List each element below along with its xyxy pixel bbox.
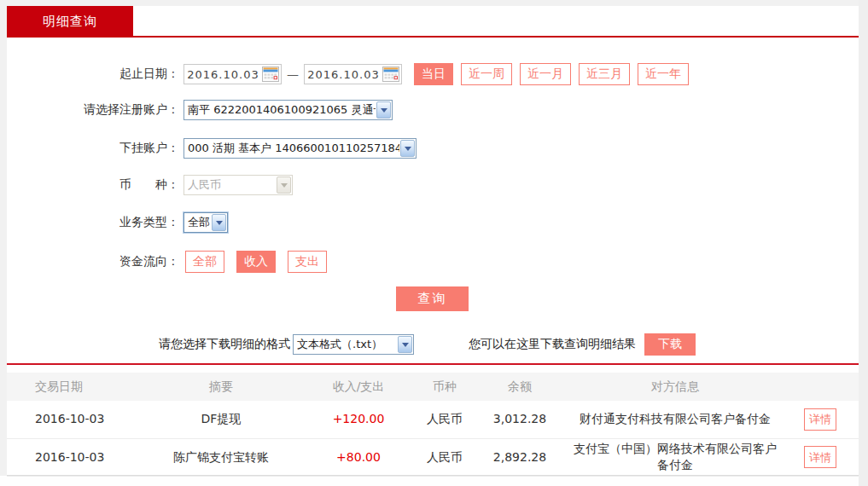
page: 明细查询 起止日期： 2016.10.03: [0, 0, 868, 486]
tab-detail-query[interactable]: 明细查询: [7, 6, 133, 37]
cell-amount: +80.00: [299, 438, 418, 476]
currency-row: 币 种： 人民币: [7, 175, 293, 195]
business-type-label: 业务类型：: [7, 215, 179, 230]
header-counterparty: 对方信息: [568, 373, 782, 401]
quick-range-week-button[interactable]: 近一周: [461, 63, 512, 85]
detail-query-panel: 明细查询 起止日期： 2016.10.03: [7, 6, 859, 476]
cell-action: 详情: [782, 401, 859, 438]
cell-action: 详情: [782, 438, 859, 476]
flow-income-button[interactable]: 收入: [236, 251, 276, 273]
cell-counterparty: 财付通支付科技有限公司客户备付金: [568, 401, 782, 438]
currency-label: 币 种：: [7, 177, 179, 193]
detail-button[interactable]: 详情: [804, 446, 836, 468]
cell-date: 2016-10-03: [7, 401, 143, 438]
transactions-table: 交易日期 摘要 收入/支出 币种 余额 对方信息 2016-10-03 DF提现…: [7, 373, 859, 477]
cell-currency: 人民币: [418, 401, 471, 438]
date-range-separator: —: [287, 67, 299, 81]
chevron-down-icon: [277, 176, 291, 194]
chevron-down-icon[interactable]: [400, 140, 415, 157]
query-button[interactable]: 查询: [396, 286, 469, 311]
header-action: [782, 373, 859, 401]
header-currency: 币种: [418, 373, 471, 401]
detail-button[interactable]: 详情: [804, 408, 836, 431]
download-format-select[interactable]: 文本格式（.txt）: [293, 334, 414, 355]
table-header-row: 交易日期 摘要 收入/支出 币种 余额 对方信息: [7, 373, 859, 401]
calendar-icon[interactable]: [262, 67, 279, 82]
sub-account-value: 000 活期 基本户 1406600101102571848: [184, 141, 399, 156]
sub-account-label: 下挂账户：: [7, 141, 179, 156]
cell-counterparty: 支付宝（中国）网络技术有限公司客户备付金: [568, 438, 782, 476]
business-type-row: 业务类型： 全部: [7, 212, 228, 233]
header-date: 交易日期: [7, 373, 143, 401]
table-row: 2016-10-03 陈广锦支付宝转账 +80.00 人民币 2,892.28 …: [7, 438, 859, 476]
date-to-value: 2016.10.03: [305, 68, 382, 81]
flow-all-button[interactable]: 全部: [185, 251, 224, 273]
download-button[interactable]: 下载: [644, 333, 696, 356]
business-type-value: 全部: [184, 215, 211, 230]
header-summary: 摘要: [143, 373, 299, 401]
header-balance: 余额: [471, 373, 568, 401]
registered-account-label: 请选择注册账户：: [7, 102, 179, 118]
download-format-value: 文本格式（.txt）: [294, 337, 397, 352]
quick-range-quarter-button[interactable]: 近三月: [579, 63, 630, 85]
cell-balance: 2,892.28: [471, 438, 568, 476]
cell-balance: 3,012.28: [471, 401, 568, 438]
cell-currency: 人民币: [418, 438, 471, 476]
quick-range-today-button[interactable]: 当日: [414, 63, 453, 85]
fund-flow-label: 资金流向：: [7, 254, 179, 269]
header-amount: 收入/支出: [299, 373, 418, 401]
sub-account-row: 下挂账户： 000 活期 基本户 1406600101102571848: [7, 138, 417, 159]
calendar-icon[interactable]: [382, 67, 399, 82]
registered-account-row: 请选择注册账户： 南平 6222001406100921065 灵通卡: [7, 100, 393, 120]
currency-value: 人民币: [184, 177, 276, 193]
page-bottom-strip: [0, 476, 859, 486]
flow-expense-button[interactable]: 支出: [288, 251, 327, 273]
download-row: 请您选择下载明细的格式 文本格式（.txt） 您可以在这里下载查询明细结果 下载: [7, 333, 859, 356]
chevron-down-icon[interactable]: [398, 336, 412, 353]
chevron-down-icon[interactable]: [376, 101, 391, 119]
date-from-value: 2016.10.03: [184, 68, 262, 81]
quick-range-year-button[interactable]: 近一年: [638, 63, 689, 85]
cell-summary: 陈广锦支付宝转账: [143, 438, 299, 476]
fund-flow-row: 资金流向： 全部 收入 支出: [7, 251, 327, 273]
quick-range-month-button[interactable]: 近一月: [520, 63, 571, 85]
date-to-input[interactable]: 2016.10.03: [304, 64, 402, 84]
page-right-gutter: [859, 0, 868, 486]
currency-select: 人民币: [184, 175, 293, 195]
business-type-select[interactable]: 全部: [184, 212, 228, 233]
table-top-rule: [7, 363, 859, 365]
download-hint-text: 您可以在这里下载查询明细结果: [469, 337, 636, 352]
date-from-input[interactable]: 2016.10.03: [184, 64, 282, 84]
tab-underline: [7, 36, 859, 38]
table-row: 2016-10-03 DF提现 +120.00 人民币 3,012.28 财付通…: [7, 401, 859, 438]
cell-date: 2016-10-03: [7, 438, 143, 476]
download-format-label: 请您选择下载明细的格式: [159, 337, 290, 352]
sub-account-select[interactable]: 000 活期 基本户 1406600101102571848: [184, 138, 417, 159]
date-range-label: 起止日期：: [7, 67, 179, 82]
tab-label: 明细查询: [43, 14, 97, 30]
date-range-row: 起止日期： 2016.10.03 — 20: [7, 62, 689, 86]
cell-summary: DF提现: [143, 401, 299, 438]
registered-account-select[interactable]: 南平 6222001406100921065 灵通卡: [184, 100, 393, 120]
cell-amount: +120.00: [299, 401, 418, 438]
registered-account-value: 南平 6222001406100921065 灵通卡: [184, 102, 376, 118]
chevron-down-icon[interactable]: [212, 214, 226, 231]
